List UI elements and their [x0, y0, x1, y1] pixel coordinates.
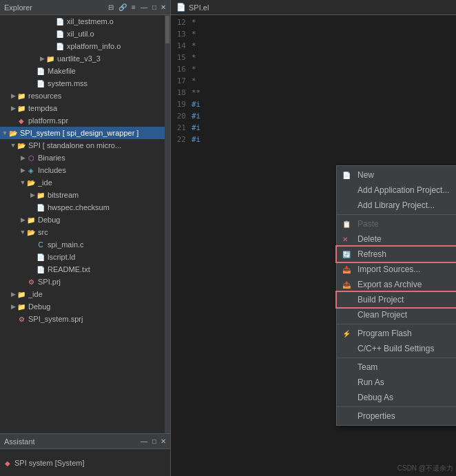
ctx-item-cpp-build-settings[interactable]: C/C++ Build Settings: [337, 341, 456, 356]
ctx-item-delete[interactable]: ✕ Delete: [337, 231, 456, 247]
context-menu: 📄 New ▶ Add Application Project... Add L…: [336, 165, 456, 426]
assistant-header: Assistant — □ ✕: [0, 434, 170, 449]
ctx-item-properties[interactable]: Properties: [337, 408, 456, 424]
arrow-tempdsa: ▶: [10, 105, 17, 112]
label-makefile: Makefile: [48, 67, 76, 75]
line-content-13: *: [191, 30, 196, 39]
tree-scrollbar[interactable]: [165, 15, 170, 433]
assistant-close-icon[interactable]: ✕: [160, 437, 166, 445]
ctx-label-add-app: Add Application Project...: [357, 185, 449, 195]
ctx-sep-1: [337, 214, 456, 215]
assistant-title: Assistant: [4, 437, 139, 446]
ctx-item-build-project[interactable]: Build Project: [337, 292, 456, 307]
tree-item-debug2[interactable]: ▶ 📁 Debug: [0, 300, 165, 313]
tree-item-spi-system-sprj[interactable]: ⚙ SPI_system.sprj: [0, 313, 165, 325]
label-xplatform-info: xplatform_info.o: [67, 42, 121, 50]
link-icon[interactable]: 🔗: [117, 3, 128, 12]
file-icon-spi-prj: ⚙: [26, 277, 36, 287]
tree-item-lscript[interactable]: 📄 lscript.ld: [0, 251, 165, 263]
file-icon-xplatform-info: 📄: [55, 41, 65, 51]
tree-item-xplatform-info[interactable]: 📄 xplatform_info.o: [0, 40, 165, 52]
tree-item-spi-system[interactable]: ▼ 📂 SPI_system [ spi_design_wrapper ]: [0, 127, 165, 139]
label-binaries: Binaries: [38, 154, 65, 162]
tree-item-spi-main[interactable]: C spi_main.c: [0, 238, 165, 251]
tree-item-tempdsa[interactable]: ▶ 📁 tempdsa: [0, 102, 165, 114]
assistant-minimize-icon[interactable]: —: [139, 437, 149, 446]
label-debug2: Debug: [28, 302, 50, 311]
folder-icon-ide2: 📁: [17, 289, 26, 299]
tree-item-ide2[interactable]: ▶ 📁 _ide: [0, 288, 165, 300]
ctx-item-import-sources[interactable]: 📥 Import Sources...: [337, 262, 456, 277]
collapse-icon[interactable]: ⊟: [107, 3, 115, 12]
tree-item-spi-prj[interactable]: ⚙ SPI.prj: [0, 276, 165, 288]
assistant-content: ◆ SPI system [System]: [0, 449, 170, 476]
ctx-label-delete: Delete: [357, 234, 382, 244]
code-line-20: 20 #i: [171, 110, 456, 122]
ctx-item-clean-project[interactable]: Clean Project: [337, 307, 456, 322]
tree-item-system-mss[interactable]: 📄 system.mss: [0, 77, 165, 90]
tree-item-debug[interactable]: ▶ 📁 Debug: [0, 214, 165, 226]
ctx-item-add-app[interactable]: Add Application Project...: [337, 183, 456, 198]
ctx-item-debug-as[interactable]: Debug As ▶: [337, 390, 456, 405]
line-num-17: 17: [171, 76, 186, 85]
arrow-ide2: ▶: [10, 291, 17, 298]
folder-icon-bitstream: 📁: [36, 190, 45, 200]
line-content-15: *: [191, 53, 196, 62]
tree-item-makefile[interactable]: 📄 Makefile: [0, 65, 165, 77]
folder-icon-debug: 📁: [26, 215, 36, 225]
ctx-item-new[interactable]: 📄 New ▶: [337, 167, 456, 183]
arrow-includes: ▶: [19, 167, 26, 174]
tree-item-bitstream[interactable]: ▶ 📁 bitstream: [0, 189, 165, 201]
ctx-item-paste: 📋 Paste Ctrl+V: [337, 216, 456, 231]
file-icon-readme: 📄: [36, 265, 45, 274]
maximize-icon[interactable]: □: [151, 3, 158, 12]
line-content-22: #i: [191, 135, 200, 144]
tree-item-src[interactable]: ▼ 📂 src: [0, 226, 165, 238]
tree-item-ide[interactable]: ▼ 📂 _ide: [0, 176, 165, 189]
label-lscript: lscript.ld: [48, 253, 75, 261]
code-line-13: 13 *: [171, 28, 456, 40]
code-line-18: 18 **: [171, 87, 456, 99]
minimize-icon[interactable]: —: [139, 3, 149, 12]
arrow-spi-system: ▼: [1, 130, 8, 136]
folder-icon-ide: 📂: [26, 178, 36, 187]
label-platform-spr: platform.spr: [28, 116, 68, 125]
tree-item-spi[interactable]: ▼ 📂 SPI [ standalone on micro...: [0, 139, 165, 152]
tree-item-readme[interactable]: 📄 README.txt: [0, 263, 165, 276]
tree-item-binaries[interactable]: ▶ ⬡ Binaries: [0, 152, 165, 164]
tree-item-platform-spr[interactable]: ◆ platform.spr: [0, 114, 165, 127]
tree-item-hwspec[interactable]: 📄 hwspec.checksum: [0, 201, 165, 214]
tree-item-xil-testmem[interactable]: 📄 xil_testmem.o: [0, 15, 165, 28]
tree-item-xil-util[interactable]: 📄 xil_util.o: [0, 28, 165, 40]
assistant-header-icons: — □: [139, 437, 158, 446]
ctx-item-team[interactable]: Team ▶: [337, 360, 456, 375]
ctx-icon-refresh: 🔄: [342, 251, 353, 258]
ctx-item-add-lib[interactable]: Add Library Project...: [337, 198, 456, 213]
ctx-item-run-as[interactable]: Run As ▶: [337, 375, 456, 390]
line-content-16: *: [191, 65, 196, 74]
ctx-label-program-flash: Program Flash: [357, 329, 412, 338]
menu-icon[interactable]: ≡: [130, 3, 137, 12]
explorer-header-icons: ⊟ 🔗 ≡ — □: [107, 3, 158, 12]
file-icon-hwspec: 📄: [36, 203, 45, 212]
arrow-src: ▼: [19, 229, 26, 236]
tree-item-uartlite[interactable]: ▶ 📁 uartlite_v3_3: [0, 52, 165, 65]
ctx-label-export-archive: Export as Archive: [357, 280, 422, 289]
code-line-19: 19 #i: [171, 99, 456, 110]
explorer-close-icon[interactable]: ✕: [160, 3, 166, 11]
file-icon-platform-spr: ◆: [17, 116, 26, 125]
editor-tab: 📄 SPI.el: [171, 0, 456, 15]
code-line-16: 16 *: [171, 63, 456, 75]
folder-icon-tempdsa: 📁: [17, 103, 26, 113]
folder-icon-binaries: ⬡: [26, 153, 36, 163]
file-icon-spi-system-sprj: ⚙: [17, 314, 26, 324]
assistant-maximize-icon[interactable]: □: [151, 437, 158, 446]
ctx-label-add-lib: Add Library Project...: [357, 200, 435, 210]
ctx-item-refresh[interactable]: 🔄 Refresh: [337, 247, 456, 262]
tree-item-includes[interactable]: ▶ ◈ Includes: [0, 164, 165, 176]
ctx-item-program-flash[interactable]: ⚡ Program Flash: [337, 326, 456, 341]
tree-item-resources[interactable]: ▶ 📁 resources: [0, 90, 165, 102]
label-spi-prj: SPI.prj: [38, 278, 61, 286]
explorer-title: Explorer: [4, 3, 107, 12]
ctx-item-export-archive[interactable]: 📤 Export as Archive: [337, 277, 456, 292]
